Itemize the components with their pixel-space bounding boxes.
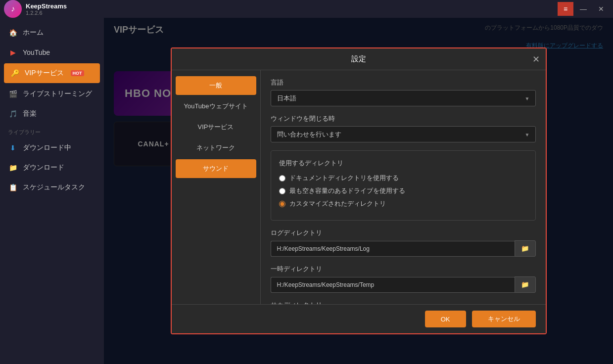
dialog-nav-youtube[interactable]: YouTubeウェブサイト [176,97,256,116]
settings-dialog: 設定 ✕ 一般 YouTubeウェブサイト VIPサービス ネットワーク サウン… [171,47,547,334]
radio-custom-input[interactable] [279,201,285,207]
title-bar-right: ≡ — ✕ [558,2,609,16]
log-dir-input[interactable] [271,241,515,257]
sidebar-item-downloading[interactable]: ⬇ ダウンロード中 [0,138,104,158]
app-version: 1.2.2.6 [26,10,67,16]
content-area: VIPサービス のプラットフォームから1080P品質でのダウ 有料版にアップグレ… [104,18,613,364]
sidebar-item-downloads[interactable]: 📁 ダウンロード [0,158,104,178]
radio-docs-label: ドキュメントディレクトリを使用する [289,174,399,182]
folder-browse-icon: 📁 [521,245,529,252]
dialog-main-content: 言語 日本語 ウィンドウを閉じる時 [261,70,546,304]
ok-button[interactable]: OK [425,311,466,327]
main-layout: 🏠 ホーム ▶ YouTube 🔑 VIPサービス HOT 🎬 ライブストリーミ… [0,18,613,364]
language-select-wrapper: 日本語 [271,90,536,106]
window-close-select[interactable]: 問い合わせを行います [271,126,536,142]
radio-largest-label: 最も空き容量のあるドライブを使用する [289,186,405,195]
schedule-icon: 📋 [8,182,18,192]
title-bar: ♪ KeepStreams 1.2.2.6 ≡ — ✕ [0,0,613,18]
dialog-sidebar: 一般 YouTubeウェブサイト VIPサービス ネットワーク サウンド [172,70,261,304]
temp-dir-section: 一時ディレクトリ 📁 [271,265,536,293]
window-close-select-wrapper: 問い合わせを行います [271,126,536,142]
sidebar-item-youtube[interactable]: ▶ YouTube [0,43,104,62]
dialog-overlay: 設定 ✕ 一般 YouTubeウェブサイト VIPサービス ネットワーク サウン… [104,18,613,364]
dialog-close-button[interactable]: ✕ [532,54,540,65]
folder-icon: 📁 [8,163,18,173]
dialog-footer: OK キャンセル [172,304,546,333]
folder-browse-icon-2: 📁 [521,281,529,288]
directory-section: 使用するディレクトリ ドキュメントディレクトリを使用する 最も空き容量のあるドラ… [271,150,536,221]
log-dir-section: ログディレクトリ 📁 [271,228,536,257]
temp-dir-input[interactable] [271,277,515,293]
radio-custom-label: カスタマイズされたディレクトリ [289,199,386,208]
radio-docs[interactable]: ドキュメントディレクトリを使用する [279,174,527,182]
radio-custom[interactable]: カスタマイズされたディレクトリ [279,199,527,208]
sidebar-item-livestream[interactable]: 🎬 ライブストリーミング [0,84,104,104]
window-close-section: ウィンドウを閉じる時 問い合わせを行います [271,114,536,142]
more-dir-label: サカディレクトリ [271,301,536,304]
radio-largest-input[interactable] [279,188,285,194]
sidebar-item-music[interactable]: 🎵 音楽 [0,104,104,124]
sidebar-item-vip[interactable]: 🔑 VIPサービス HOT [4,63,100,83]
cancel-button[interactable]: キャンセル [472,311,536,327]
dialog-body: 一般 YouTubeウェブサイト VIPサービス ネットワーク サウンド 言語 [172,70,546,304]
dialog-nav-sound[interactable]: サウンド [176,159,256,178]
title-bar-left: ♪ KeepStreams 1.2.2.6 [4,0,67,18]
app-name: KeepStreams [26,2,67,10]
log-dir-label: ログディレクトリ [271,228,536,237]
language-label: 言語 [271,78,536,87]
log-dir-browse-button[interactable]: 📁 [515,240,536,257]
language-select[interactable]: 日本語 [271,90,536,106]
radio-docs-input[interactable] [279,175,285,182]
youtube-icon: ▶ [8,47,18,57]
dir-section-title: 使用するディレクトリ [279,159,527,168]
menu-button[interactable]: ≡ [558,2,573,16]
library-section: ライブラリー [0,124,104,138]
dialog-title: 設定 [351,54,366,64]
language-section: 言語 日本語 [271,78,536,106]
sidebar-item-schedule[interactable]: 📋 スケジュールタスク [0,178,104,197]
vip-icon: 🔑 [10,68,20,78]
dialog-nav-network[interactable]: ネットワーク [176,138,256,157]
radio-largest[interactable]: 最も空き容量のあるドライブを使用する [279,186,527,195]
livestream-icon: 🎬 [8,89,18,99]
temp-dir-input-wrapper: 📁 [271,276,536,293]
temp-dir-label: 一時ディレクトリ [271,265,536,273]
sidebar: 🏠 ホーム ▶ YouTube 🔑 VIPサービス HOT 🎬 ライブストリーミ… [0,18,104,364]
home-icon: 🏠 [8,28,18,38]
app-logo: ♪ [4,0,22,18]
hot-badge: HOT [71,70,84,76]
log-dir-input-wrapper: 📁 [271,240,536,257]
app-info: KeepStreams 1.2.2.6 [26,2,67,16]
dialog-title-bar: 設定 ✕ [172,48,546,70]
window-close-label: ウィンドウを閉じる時 [271,114,536,123]
close-button[interactable]: ✕ [593,2,609,16]
temp-dir-browse-button[interactable]: 📁 [515,276,536,293]
minimize-button[interactable]: — [575,2,591,16]
download-active-icon: ⬇ [8,143,18,153]
dialog-nav-general[interactable]: 一般 [176,76,256,95]
music-icon: 🎵 [8,109,18,119]
sidebar-item-home[interactable]: 🏠 ホーム [0,23,104,43]
dialog-nav-vip[interactable]: VIPサービス [176,118,256,136]
